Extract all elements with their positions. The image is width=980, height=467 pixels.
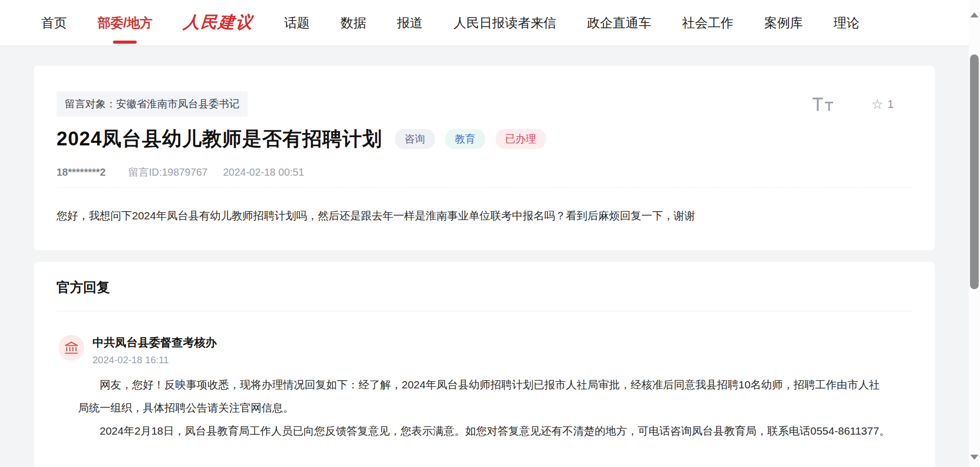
favorite-button[interactable]: ☆ 1: [871, 98, 894, 111]
nav-item-label: 部委/地方: [98, 15, 153, 30]
nav-item-home[interactable]: 首页: [41, 0, 67, 45]
nav-item-ministries-local[interactable]: 部委/地方: [98, 0, 153, 45]
reply-paragraph: 2024年2月18日，凤台县教育局工作人员已向您反馈答复意见，您表示满意。如您对…: [78, 419, 891, 442]
message-title: 2024凤台县幼儿教师是否有招聘计划: [56, 126, 383, 152]
reply-body: 网友，您好！反映事项收悉，现将办理情况回复如下：经了解，2024年凤台县幼师招聘…: [78, 373, 891, 442]
nav-item-topics[interactable]: 话题: [284, 0, 310, 45]
agency-name: 中共凤台县委督查考核办: [92, 335, 217, 350]
official-reply-card: 官方回复 中共凤台县委督查考核办 2024-02-18 16:11 网友，您好！…: [34, 262, 935, 467]
star-icon: ☆: [871, 98, 883, 111]
top-navigation: 首页 部委/地方 人民建议 话题 数据 报道 人民日报读者来信 政企直通车 社会…: [0, 0, 980, 45]
message-meta-row: 18********2 留言ID:19879767 2024-02-18 00:…: [56, 165, 912, 179]
message-topbar: 留言对象：安徽省淮南市凤台县委书记 ☆ 1: [56, 91, 912, 117]
message-id: 留言ID:19879767: [128, 165, 208, 179]
nav-item-data[interactable]: 数据: [341, 0, 366, 45]
scrollbar-down-arrow-icon[interactable]: [970, 455, 978, 460]
active-tab-underline: [113, 41, 137, 44]
meta-divider: [56, 188, 912, 188]
badge-category: 教育: [445, 129, 485, 149]
reply-header: 中共凤台县委督查考核办 2024-02-18 16:11: [59, 335, 912, 366]
nav-item-readers-letters[interactable]: 人民日报读者来信: [454, 0, 556, 45]
scrollbar-thumb[interactable]: [970, 54, 979, 289]
message-timestamp: 2024-02-18 00:51: [223, 166, 304, 178]
reply-header-text: 中共凤台县委督查考核办 2024-02-18 16:11: [92, 335, 217, 366]
reply-divider: [56, 311, 912, 311]
vertical-scrollbar[interactable]: [969, 0, 980, 467]
star-count: 1: [888, 98, 894, 111]
message-title-row: 2024凤台县幼儿教师是否有招聘计划 咨询 教育 已办理: [56, 126, 912, 152]
user-masked-phone: 18********2: [56, 166, 106, 178]
renmin-jianyi-logo[interactable]: 人民建议: [182, 11, 254, 34]
avatar: [59, 335, 84, 361]
government-building-icon: [64, 341, 79, 354]
scrollbar-up-arrow-icon[interactable]: [970, 12, 978, 17]
nav-item-reports[interactable]: 报道: [397, 0, 423, 45]
message-body: 您好，我想问下2024年凤台县有幼儿教师招聘计划吗，然后还是跟去年一样是淮南事业…: [56, 207, 912, 225]
reply-timestamp: 2024-02-18 16:11: [92, 354, 217, 366]
message-card: 留言对象：安徽省淮南市凤台县委书记 ☆ 1 2024凤台县幼儿教师是否有招聘计划…: [34, 66, 935, 250]
nav-item-theory[interactable]: 理论: [834, 0, 859, 45]
font-size-icon[interactable]: [813, 97, 834, 112]
nav-item-gov-enterprise[interactable]: 政企直通车: [587, 0, 651, 45]
badge-type: 咨询: [395, 129, 435, 149]
nav-item-case-library[interactable]: 案例库: [764, 0, 803, 45]
nav-item-social-work[interactable]: 社会工作: [682, 0, 733, 45]
badge-status: 已办理: [496, 129, 546, 149]
reply-section-title: 官方回复: [56, 278, 912, 296]
message-badges: 咨询 教育 已办理: [395, 129, 546, 149]
reply-paragraph: 网友，您好！反映事项收悉，现将办理情况回复如下：经了解，2024年凤台县幼师招聘…: [78, 373, 891, 419]
message-target-tag: 留言对象：安徽省淮南市凤台县委书记: [56, 91, 248, 117]
message-actions: ☆ 1: [813, 97, 894, 112]
